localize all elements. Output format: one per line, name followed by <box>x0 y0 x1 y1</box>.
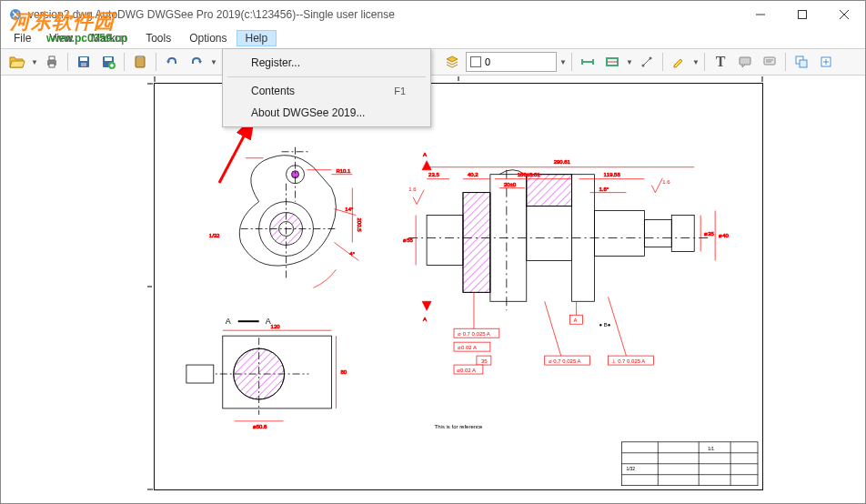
svg-rect-80 <box>527 207 572 261</box>
save-button[interactable] <box>73 51 95 73</box>
undo-button[interactable] <box>161 51 183 73</box>
svg-text:119.58: 119.58 <box>604 172 621 177</box>
svg-rect-15 <box>137 55 143 58</box>
svg-text:⌀ 0.7 0.025 A: ⌀ 0.7 0.025 A <box>549 358 581 364</box>
svg-rect-7 <box>49 64 55 67</box>
history-dropdown-arrow[interactable]: ▼ <box>210 58 217 66</box>
title-bar: version2.dwg AutoDWG DWGSee Pro 2019(c:\… <box>1 1 865 28</box>
measure-dropdown-arrow[interactable]: ▼ <box>626 58 633 66</box>
save-as-button[interactable] <box>97 51 119 73</box>
copy-view-button[interactable] <box>790 51 812 73</box>
svg-text:⌀55: ⌀55 <box>403 237 413 243</box>
svg-rect-84 <box>595 211 645 257</box>
svg-text:1/32: 1/32 <box>209 233 220 238</box>
drawing-canvas[interactable]: R10.1 14° 4° 200.5 1/32 A A <box>1 76 865 503</box>
menu-file[interactable]: File <box>5 30 40 46</box>
open-dropdown-arrow[interactable]: ▼ <box>31 58 38 66</box>
menu-view[interactable]: View <box>40 30 82 46</box>
print-button[interactable] <box>41 51 63 73</box>
layer-selector[interactable]: 0 <box>466 52 557 72</box>
svg-text:1/32: 1/32 <box>626 466 635 471</box>
help-about[interactable]: About DWGSee 2019... <box>226 102 428 124</box>
clipboard-button[interactable] <box>129 51 151 73</box>
stamp-button[interactable] <box>759 51 780 73</box>
svg-text:⌀35: ⌀35 <box>704 231 714 237</box>
svg-text:23.5: 23.5 <box>428 172 439 177</box>
layers-button[interactable] <box>441 51 463 73</box>
svg-point-23 <box>650 57 652 60</box>
svg-rect-10 <box>81 63 86 66</box>
minimize-button[interactable] <box>740 1 781 28</box>
svg-text:200.5: 200.5 <box>357 218 362 233</box>
svg-text:● B●: ● B● <box>599 322 611 328</box>
layer-color-swatch <box>470 56 481 67</box>
help-about-label: About DWGSee 2019... <box>251 106 365 119</box>
dropdown-separator <box>227 76 426 77</box>
dimension-button[interactable] <box>636 51 658 73</box>
menu-help[interactable]: Help <box>237 30 277 46</box>
svg-text:100±0.01: 100±0.01 <box>518 172 541 177</box>
svg-text:A: A <box>423 317 427 322</box>
svg-line-124 <box>545 301 561 356</box>
window-controls <box>740 1 865 28</box>
redo-button[interactable] <box>186 51 207 73</box>
help-contents[interactable]: Contents F1 <box>226 80 428 102</box>
svg-rect-24 <box>740 57 750 65</box>
menu-markup[interactable]: Markup <box>82 30 136 46</box>
svg-text:1.6°: 1.6° <box>599 186 609 192</box>
window-title: version2.dwg AutoDWG DWGSee Pro 2019(c:\… <box>28 8 395 21</box>
cad-drawing: R10.1 14° 4° 200.5 1/32 A A <box>155 84 762 490</box>
help-register[interactable]: Register... <box>226 52 428 74</box>
toolbar-separator <box>124 53 125 71</box>
svg-text:A: A <box>574 318 578 323</box>
svg-rect-86 <box>671 216 694 252</box>
svg-line-125 <box>608 297 626 356</box>
svg-rect-6 <box>49 56 55 60</box>
svg-text:35: 35 <box>481 358 488 364</box>
svg-rect-85 <box>644 220 671 247</box>
comment-button[interactable] <box>734 51 756 73</box>
toolbar-separator <box>785 53 786 71</box>
measure-area-button[interactable] <box>601 51 623 73</box>
svg-text:⌀0.02 A: ⌀0.02 A <box>458 345 477 350</box>
svg-text:1.6: 1.6 <box>662 179 670 185</box>
toolbar-separator <box>662 53 663 71</box>
toolbar-separator <box>571 53 572 71</box>
open-button[interactable] <box>6 51 28 73</box>
text-button[interactable]: T <box>710 51 731 73</box>
export-button[interactable] <box>815 51 837 73</box>
svg-text:⊥ 0.7 0.025 A: ⊥ 0.7 0.025 A <box>611 358 645 364</box>
help-contents-shortcut: F1 <box>394 86 406 96</box>
toolbar-separator <box>156 53 156 71</box>
svg-point-22 <box>642 65 645 67</box>
svg-rect-25 <box>764 57 775 65</box>
menu-options[interactable]: Options <box>180 30 236 46</box>
menu-bar: File View Markup Tools Options Help <box>1 28 865 48</box>
maximize-button[interactable] <box>781 1 823 28</box>
svg-line-58 <box>334 242 358 260</box>
help-register-label: Register... <box>251 56 300 69</box>
layer-dropdown-arrow[interactable]: ▼ <box>559 58 567 66</box>
svg-text:R10.1: R10.1 <box>336 168 351 174</box>
svg-text:30±0: 30±0 <box>504 182 517 187</box>
svg-text:290.61: 290.61 <box>554 159 571 165</box>
app-icon <box>8 7 23 22</box>
toolbar: ▼ ▼ 0 ▼ ▼ ▼ T <box>1 48 865 76</box>
svg-text:1.6: 1.6 <box>408 186 417 192</box>
measure-distance-button[interactable] <box>577 51 599 73</box>
svg-line-21 <box>643 58 650 66</box>
svg-text:⌀ 0.7 0.025 A: ⌀ 0.7 0.025 A <box>458 331 490 337</box>
svg-text:40.2: 40.2 <box>468 172 478 177</box>
highlight-button[interactable] <box>668 51 690 73</box>
layer-value: 0 <box>485 56 490 67</box>
svg-rect-12 <box>105 57 112 61</box>
svg-text:⌀50.6: ⌀50.6 <box>253 424 267 429</box>
menu-tools[interactable]: Tools <box>136 30 180 46</box>
help-contents-label: Contents <box>251 85 295 97</box>
close-button[interactable] <box>823 1 865 28</box>
svg-rect-76 <box>427 216 463 266</box>
svg-text:⌀40: ⌀40 <box>719 233 729 238</box>
help-dropdown: Register... Contents F1 About DWGSee 201… <box>222 48 431 127</box>
highlight-dropdown-arrow[interactable]: ▼ <box>692 58 700 66</box>
svg-rect-29 <box>800 60 807 67</box>
